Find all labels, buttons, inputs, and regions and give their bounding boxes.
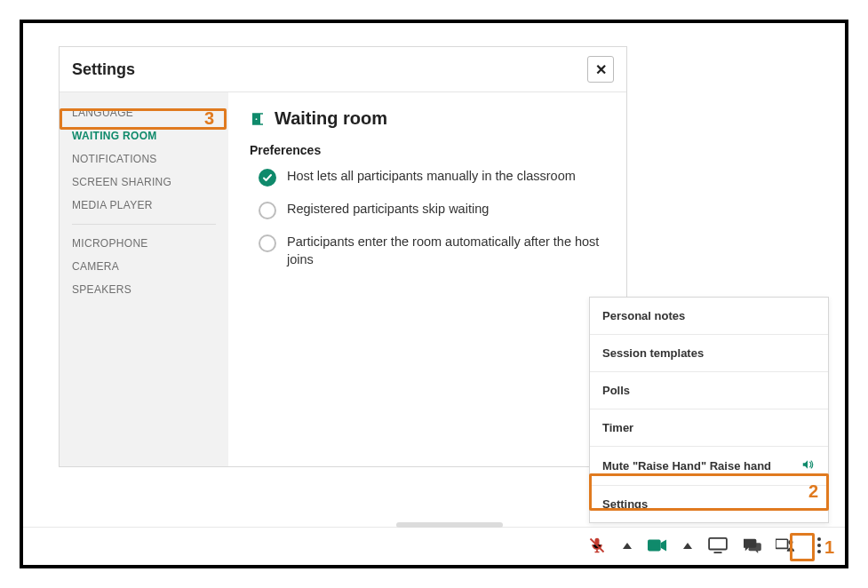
close-button[interactable]: ✕ bbox=[587, 56, 614, 83]
chevron-up-icon bbox=[683, 543, 692, 549]
radio-unselected-icon bbox=[259, 234, 276, 252]
sidebar-item-notifications[interactable]: NOTIFICATIONS bbox=[60, 147, 228, 171]
more-menu-popup: Personal notes Session templates Polls T… bbox=[589, 297, 829, 523]
sidebar-item-waiting-room[interactable]: WAITING ROOM bbox=[60, 124, 228, 147]
menu-item-mute-raise-hand[interactable]: Mute "Raise Hand" Raise hand bbox=[590, 447, 828, 486]
radio-label: Registered participants skip waiting bbox=[287, 201, 489, 219]
door-icon bbox=[250, 111, 266, 127]
radio-label: Participants enter the room automaticall… bbox=[287, 234, 605, 268]
radio-unselected-icon bbox=[259, 202, 276, 219]
microphone-options-chevron[interactable] bbox=[621, 536, 633, 555]
sidebar-item-media-player[interactable]: MEDIA PLAYER bbox=[60, 194, 228, 217]
sidebar-separator bbox=[72, 224, 216, 225]
section-title: Waiting room bbox=[275, 108, 387, 129]
menu-item-session-templates[interactable]: Session templates bbox=[590, 335, 828, 372]
section-header: Waiting room bbox=[250, 108, 605, 129]
sidebar-item-screen-sharing[interactable]: SCREEN SHARING bbox=[60, 171, 228, 194]
chat-button[interactable] bbox=[742, 536, 761, 555]
settings-content: Waiting room Preferences Host lets all p… bbox=[228, 92, 626, 466]
microphone-muted-button[interactable] bbox=[587, 536, 607, 555]
pref-option-host-lets-in[interactable]: Host lets all participants manually in t… bbox=[259, 168, 605, 187]
sidebar-item-language[interactable]: LANGUAGE bbox=[60, 101, 228, 124]
menu-item-personal-notes[interactable]: Personal notes bbox=[590, 298, 828, 335]
modal-header: Settings ✕ bbox=[60, 47, 626, 92]
chevron-up-icon bbox=[623, 543, 632, 549]
camera-button[interactable] bbox=[648, 536, 667, 555]
modal-title: Settings bbox=[72, 60, 135, 79]
svg-rect-1 bbox=[648, 540, 661, 552]
radio-selected-icon bbox=[259, 169, 276, 187]
pref-option-registered-skip[interactable]: Registered participants skip waiting bbox=[259, 201, 605, 219]
svg-rect-4 bbox=[776, 539, 788, 548]
close-icon: ✕ bbox=[595, 61, 607, 78]
menu-item-polls[interactable]: Polls bbox=[590, 372, 828, 409]
more-menu-button[interactable] bbox=[809, 536, 829, 555]
settings-sidebar: LANGUAGE WAITING ROOM NOTIFICATIONS SCRE… bbox=[60, 92, 228, 466]
svg-point-6 bbox=[817, 537, 821, 541]
sidebar-item-speakers[interactable]: SPEAKERS bbox=[60, 278, 228, 301]
settings-modal: Settings ✕ LANGUAGE WAITING ROOM NOTIFIC… bbox=[59, 46, 627, 467]
preferences-heading: Preferences bbox=[250, 143, 605, 157]
svg-point-8 bbox=[817, 550, 821, 553]
radio-label: Host lets all participants manually in t… bbox=[287, 168, 576, 186]
screen-share-button[interactable] bbox=[708, 536, 728, 555]
svg-point-5 bbox=[788, 540, 792, 544]
camera-options-chevron[interactable] bbox=[681, 536, 694, 555]
svg-point-7 bbox=[817, 544, 821, 547]
menu-item-timer[interactable]: Timer bbox=[590, 409, 828, 447]
sidebar-item-camera[interactable]: CAMERA bbox=[60, 255, 228, 278]
participants-button[interactable] bbox=[776, 536, 795, 555]
modal-body: LANGUAGE WAITING ROOM NOTIFICATIONS SCRE… bbox=[60, 92, 626, 466]
bottom-toolbar bbox=[587, 531, 829, 560]
volume-icon bbox=[800, 458, 816, 473]
menu-item-settings[interactable]: Settings bbox=[590, 486, 828, 522]
pref-option-auto-enter[interactable]: Participants enter the room automaticall… bbox=[259, 234, 605, 268]
svg-rect-2 bbox=[709, 538, 727, 550]
horizontal-scrollbar[interactable] bbox=[396, 522, 503, 528]
sidebar-item-microphone[interactable]: MICROPHONE bbox=[60, 232, 228, 255]
